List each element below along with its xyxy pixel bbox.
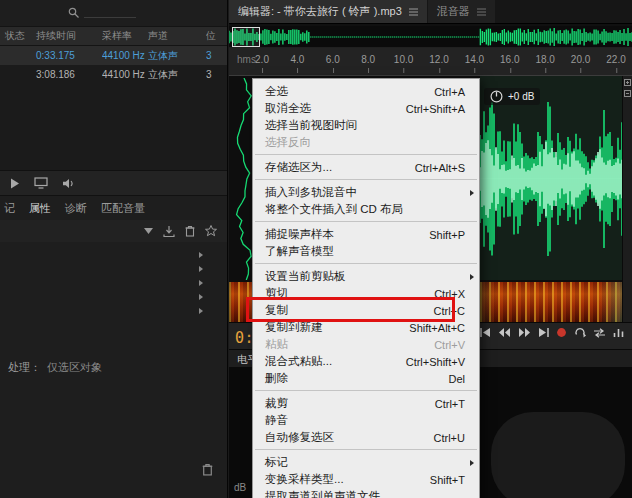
import-icon[interactable]: [163, 225, 175, 237]
panel-menu-icon[interactable]: [409, 8, 418, 16]
lower-left-tabs: 记属性诊断匹配音量: [0, 198, 227, 218]
menu-item-label: 变换采样类型...: [265, 472, 344, 487]
loop-icon[interactable]: [574, 327, 586, 338]
list-item[interactable]: [0, 248, 227, 262]
vertical-scrollbar[interactable]: [622, 76, 632, 322]
zoom-in-icon[interactable]: [624, 79, 631, 86]
editor-tab-bar: 编辑器: - 带你去旅行 ( 铃声 ).mp3 混音器: [229, 0, 632, 24]
overview-selection-box[interactable]: [232, 27, 260, 47]
panel-tab[interactable]: 诊断: [65, 201, 87, 216]
files-list-empty-area[interactable]: [0, 84, 227, 170]
file-cell: 立体声: [148, 68, 206, 82]
menu-item-label: 裁剪: [265, 396, 288, 411]
timeline-ruler[interactable]: hms 2.04.06.08.010.012.014.016.018.020.0…: [229, 48, 632, 76]
context-menu-item-copy[interactable]: 复制Ctrl+C: [253, 302, 479, 319]
context-menu-item[interactable]: 插入到多轨混音中: [253, 184, 479, 201]
record-icon[interactable]: [556, 327, 567, 338]
waveform-overview-strip[interactable]: [229, 26, 632, 48]
context-menu-item[interactable]: 存储选区为...Ctrl+Alt+S: [253, 159, 479, 176]
column-header[interactable]: 声道: [148, 29, 206, 43]
tab-editor[interactable]: 编辑器: - 带你去旅行 ( 铃声 ).mp3: [229, 0, 427, 23]
fast-forward-icon[interactable]: [518, 327, 531, 338]
gain-hud[interactable]: +0 dB: [484, 88, 540, 105]
meter-icon[interactable]: [613, 327, 624, 338]
context-menu-item[interactable]: 混合式粘贴...Ctrl+Shift+V: [253, 353, 479, 370]
panel-menu-icon[interactable]: [477, 8, 486, 16]
list-item[interactable]: [0, 304, 227, 318]
menu-item-shortcut: Ctrl+A: [424, 86, 465, 98]
file-cell: 3:08.186: [34, 69, 102, 80]
process-label: 处理：: [8, 361, 41, 373]
context-menu-item[interactable]: 取消全选Ctrl+Shift+A: [253, 100, 479, 117]
panel-tab[interactable]: 属性: [29, 201, 51, 216]
menu-separator: [255, 390, 477, 391]
lower-panel-toolbar: [0, 220, 227, 242]
context-menu-item[interactable]: 了解声音模型: [253, 243, 479, 260]
context-menu-item[interactable]: 选择当前视图时间: [253, 117, 479, 134]
context-menu-item[interactable]: 变换采样类型...Shift+T: [253, 471, 479, 488]
context-menu-item[interactable]: 裁剪Ctrl+T: [253, 395, 479, 412]
list-item[interactable]: [0, 290, 227, 304]
skip-start-icon[interactable]: [480, 327, 491, 338]
speaker-icon[interactable]: [62, 178, 75, 189]
search-input[interactable]: [84, 17, 136, 18]
spectral-display-right[interactable]: [480, 282, 622, 322]
panel-tab[interactable]: 匹配音量: [101, 201, 145, 216]
waveform-selected-region[interactable]: +0 dB: [480, 76, 622, 280]
context-menu: 全选Ctrl+A取消全选Ctrl+Shift+A选择当前视图时间选择反向存储选区…: [252, 78, 480, 498]
context-menu-item[interactable]: 删除Del: [253, 370, 479, 387]
context-menu-item[interactable]: 剪切Ctrl+X: [253, 285, 479, 302]
star-icon[interactable]: [205, 225, 217, 237]
context-menu-item[interactable]: 将整个文件插入到 CD 布局: [253, 201, 479, 218]
ruler-tick-label: 2.0: [255, 54, 269, 65]
context-menu-item[interactable]: 提取声道到单声道文件: [253, 488, 479, 498]
swap-icon[interactable]: [593, 328, 606, 338]
menu-item-label: 捕捉噪声样本: [265, 227, 334, 242]
rewind-icon[interactable]: [498, 327, 511, 338]
chevron-right-icon: [197, 251, 205, 259]
zoom-out-icon[interactable]: [624, 90, 631, 97]
submenu-arrow-icon: [469, 273, 475, 281]
play-icon[interactable]: [10, 178, 20, 189]
knob-icon[interactable]: [490, 90, 503, 103]
file-cell: 立体声: [148, 49, 206, 63]
column-header[interactable]: 采样率: [102, 29, 148, 43]
ruler-tick-label: 14.0: [465, 54, 484, 65]
context-menu-item[interactable]: 自动修复选区Ctrl+U: [253, 429, 479, 446]
menu-item-shortcut: Shift+Alt+C: [399, 322, 465, 334]
output-device-icon[interactable]: [34, 177, 48, 189]
column-header[interactable]: 持续时间: [34, 29, 102, 43]
list-item[interactable]: [0, 262, 227, 276]
tab-mixer[interactable]: 混音器: [428, 0, 495, 23]
context-menu-item[interactable]: 标记: [253, 454, 479, 471]
context-menu-item[interactable]: 设置当前剪贴板: [253, 268, 479, 285]
panel-tab[interactable]: 记: [4, 201, 15, 216]
context-menu-item[interactable]: 捕捉噪声样本Shift+P: [253, 226, 479, 243]
trash-icon[interactable]: [185, 225, 195, 237]
context-menu-item[interactable]: 选择反向: [253, 134, 479, 151]
context-menu-item[interactable]: 静音: [253, 412, 479, 429]
trash-icon[interactable]: [202, 463, 213, 476]
ruler-tick-label: 10.0: [394, 54, 413, 65]
dropdown-caret-icon[interactable]: [144, 228, 153, 234]
chevron-right-icon: [197, 265, 205, 273]
context-menu-item[interactable]: 粘贴Ctrl+V: [253, 336, 479, 353]
context-menu-item[interactable]: 全选Ctrl+A: [253, 83, 479, 100]
search-icon[interactable]: [68, 7, 80, 19]
menu-item-label: 插入到多轨混音中: [265, 185, 357, 200]
file-row[interactable]: 0:33.17544100 Hz立体声3: [0, 46, 227, 65]
context-menu-item[interactable]: 复制到新建Shift+Alt+C: [253, 319, 479, 336]
column-header[interactable]: 位: [206, 29, 224, 43]
process-value[interactable]: 仅选区对象: [47, 361, 102, 373]
file-row[interactable]: 3:08.18644100 Hz立体声3: [0, 65, 227, 84]
skip-end-icon[interactable]: [538, 327, 549, 338]
files-header-row: 状态持续时间采样率声道位: [0, 26, 227, 46]
ruler-ticks: 2.04.06.08.010.012.014.016.018.020.022.0: [229, 48, 632, 75]
menu-item-label: 删除: [265, 371, 288, 386]
process-row: 处理：仅选区对象: [8, 360, 102, 375]
column-header[interactable]: 状态: [0, 29, 34, 43]
menu-item-label: 静音: [265, 413, 288, 428]
gain-value: +0 dB: [508, 91, 534, 102]
tab-editor-label: 编辑器: - 带你去旅行 ( 铃声 ).mp3: [238, 4, 402, 19]
list-item[interactable]: [0, 276, 227, 290]
